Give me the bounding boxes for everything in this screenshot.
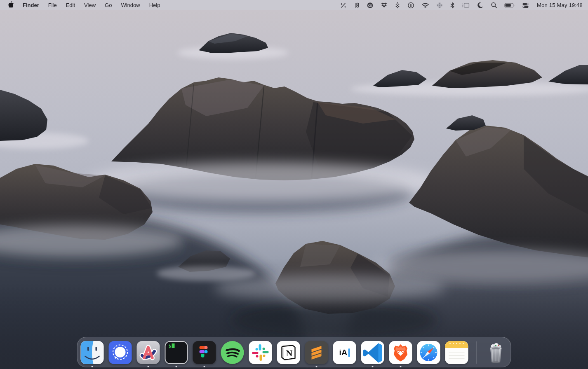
- battery-icon[interactable]: [504, 0, 515, 10]
- sparkles-capture-icon[interactable]: [340, 0, 347, 10]
- control-center-icon[interactable]: [522, 0, 529, 10]
- ia-writer-icon: iA: [333, 341, 356, 364]
- notion-icon: N: [277, 341, 300, 364]
- running-indicator: [176, 366, 177, 367]
- desktop: { "menu_bar": { "active_app": "Finder", …: [0, 0, 588, 369]
- spotlight-search-icon[interactable]: [491, 0, 497, 10]
- dock-item-figma[interactable]: [193, 341, 216, 364]
- focus-moon-icon[interactable]: [477, 0, 484, 10]
- notion-letter: N: [286, 348, 293, 358]
- menu-window[interactable]: Window: [116, 0, 144, 10]
- dock-item-a-app[interactable]: [137, 341, 160, 364]
- dock-item-brave[interactable]: [389, 341, 412, 364]
- dock-item-vscode[interactable]: [361, 341, 384, 364]
- apple-icon: [8, 1, 14, 9]
- terminal-prompt: $: [169, 343, 175, 349]
- running-indicator: [316, 366, 318, 367]
- terminal-icon: $: [165, 341, 188, 364]
- running-indicator: [148, 366, 149, 367]
- dock-item-sublime[interactable]: [305, 341, 328, 364]
- figma-icon: [193, 341, 216, 364]
- dock-item-ia-writer[interactable]: iA: [333, 341, 356, 364]
- signal-icon: [109, 341, 132, 364]
- bluetooth-icon[interactable]: [450, 0, 455, 10]
- window-frame-icon[interactable]: [462, 0, 470, 10]
- finder-icon: [81, 341, 104, 364]
- dropbox-icon[interactable]: [381, 0, 388, 10]
- ia-writer-caret: [348, 348, 350, 357]
- dock-item-finder[interactable]: [81, 341, 104, 364]
- shortcut-glyph-icon[interactable]: [354, 0, 360, 10]
- dock-item-safari[interactable]: [417, 341, 440, 364]
- slack-icon: [249, 341, 272, 364]
- sublime-text-icon: [305, 341, 328, 364]
- brave-icon: [389, 341, 412, 364]
- ia-writer-letters: iA: [339, 348, 348, 357]
- apple-menu[interactable]: [0, 0, 18, 10]
- running-indicator: [372, 366, 374, 367]
- dots-grid-icon[interactable]: [395, 0, 400, 10]
- adobe-creative-cloud-icon[interactable]: [367, 0, 374, 10]
- dock-item-terminal[interactable]: $: [165, 341, 188, 364]
- notes-icon: [445, 341, 468, 364]
- dock-item-spotify[interactable]: [221, 341, 244, 364]
- active-app-menu[interactable]: Finder: [18, 0, 44, 10]
- menu-go[interactable]: Go: [100, 0, 116, 10]
- menu-edit[interactable]: Edit: [61, 0, 80, 10]
- menu-file[interactable]: File: [44, 0, 61, 10]
- 1password-icon[interactable]: [407, 0, 414, 10]
- menu-view[interactable]: View: [80, 0, 100, 10]
- menu-help[interactable]: Help: [145, 0, 165, 10]
- plus-utility-icon[interactable]: [436, 0, 443, 10]
- running-indicator: [204, 366, 205, 367]
- dock-item-trash[interactable]: [485, 341, 508, 364]
- menu-bar-status: Mon 15 May 19:48: [340, 0, 588, 10]
- menu-bar-left: Finder File Edit View Go Window Help: [0, 0, 165, 10]
- running-indicator: [92, 366, 93, 367]
- dock-separator: [476, 341, 477, 364]
- dock: $: [77, 337, 511, 367]
- trash-full-icon: [485, 341, 508, 364]
- vscode-icon: [361, 341, 384, 364]
- dock-item-signal[interactable]: [109, 341, 132, 364]
- menu-bar-clock[interactable]: Mon 15 May 19:48: [537, 2, 583, 8]
- dock-item-notes[interactable]: [445, 341, 468, 364]
- menu-bar: Finder File Edit View Go Window Help: [0, 0, 588, 10]
- letter-a-paint-icon: [137, 341, 160, 364]
- spotify-icon: [221, 341, 244, 364]
- safari-icon: [417, 341, 440, 364]
- wifi-icon[interactable]: [421, 0, 429, 10]
- running-indicator: [400, 366, 402, 367]
- desktop-wallpaper: [0, 0, 588, 369]
- dock-item-slack[interactable]: [249, 341, 272, 364]
- dock-item-notion[interactable]: N: [277, 341, 300, 364]
